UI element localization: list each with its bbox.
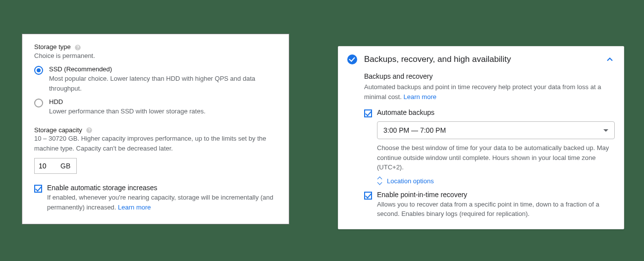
backup-window-select[interactable]: 3:00 PM — 7:00 PM (377, 121, 615, 139)
backup-window-help: Choose the best window of time for your … (377, 143, 615, 172)
checkbox-icon (364, 109, 372, 117)
radio-button-icon (34, 66, 43, 75)
location-options-label: Location options (387, 177, 434, 185)
radio-label: HDD (49, 98, 277, 105)
capacity-input-wrap: GB (34, 158, 77, 174)
auto-increase-checkbox-row[interactable]: Enable automatic storage increases If en… (34, 184, 277, 212)
automate-backups-checkbox-row[interactable]: Automate backups (364, 108, 615, 117)
learn-more-link[interactable]: Learn more (403, 93, 436, 101)
radio-desc: Lower performance than SSD with lower st… (49, 106, 277, 116)
backup-window-value: 3:00 PM — 7:00 PM (383, 126, 446, 134)
backups-card: Backups, recovery, and high availability… (338, 46, 624, 229)
backups-body: Backups and recovery Automated backups a… (364, 72, 615, 219)
radio-button-icon (34, 99, 43, 107)
location-options-toggle[interactable]: Location options (377, 177, 615, 185)
help-icon[interactable] (74, 44, 81, 51)
check-circle-icon (347, 54, 357, 64)
pitr-label: Enable point-in-time recovery (377, 191, 615, 199)
capacity-label: Storage capacity (34, 126, 82, 134)
backups-intro: Automated backups and point in time reco… (364, 82, 615, 102)
storage-type-note: Choice is permanent. (34, 51, 277, 61)
card-title: Backups, recovery, and high availability (364, 54, 605, 64)
checkbox-icon (364, 192, 372, 200)
auto-increase-label: Enable automatic storage increases (47, 184, 277, 192)
checkbox-icon (34, 185, 42, 193)
storage-capacity-section: Storage capacity 10 – 30720 GB. Higher c… (34, 126, 277, 174)
capacity-input[interactable] (35, 159, 58, 173)
chevron-up-icon[interactable] (605, 54, 615, 64)
expand-icon (377, 177, 383, 184)
storage-config-card: Storage type Choice is permanent. SSD (R… (22, 34, 289, 224)
radio-hdd[interactable]: HDD Lower performance than SSD with lowe… (34, 98, 277, 116)
capacity-note: 10 – 30720 GB. Higher capacity improves … (34, 134, 277, 153)
auto-increase-desc: If enabled, whenever you're nearing capa… (47, 193, 277, 212)
help-icon[interactable] (86, 127, 93, 134)
card-header[interactable]: Backups, recovery, and high availability (347, 54, 615, 64)
backups-subheading: Backups and recovery (364, 72, 615, 80)
capacity-unit: GB (58, 162, 76, 170)
radio-desc: Most popular choice. Lower latency than … (49, 74, 277, 93)
storage-type-section: Storage type Choice is permanent. SSD (R… (34, 43, 277, 116)
pitr-checkbox-row[interactable]: Enable point-in-time recovery Allows you… (364, 191, 615, 219)
caret-down-icon (603, 129, 608, 132)
radio-label: SSD (Recommended) (49, 65, 277, 73)
storage-type-label: Storage type (34, 43, 71, 51)
pitr-desc: Allows you to recover data from a specif… (377, 200, 615, 219)
radio-ssd[interactable]: SSD (Recommended) Most popular choice. L… (34, 65, 277, 93)
learn-more-link[interactable]: Learn more (118, 204, 151, 211)
automate-backups-label: Automate backups (377, 108, 615, 116)
